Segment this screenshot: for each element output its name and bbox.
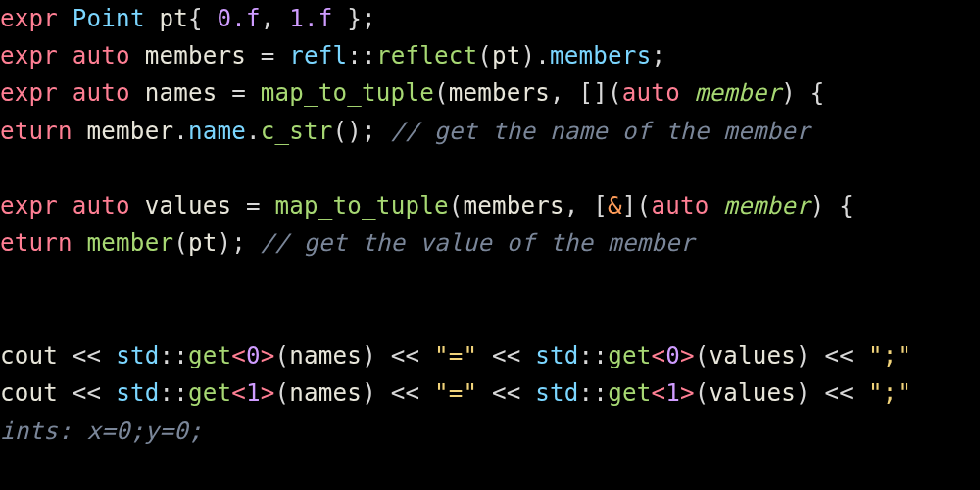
code-line: cout << std::get<0>(names) << "=" << std… — [0, 342, 911, 369]
code-line: ints: x=0;y=0; — [0, 417, 203, 445]
string: ";" — [868, 342, 911, 369]
code-line — [0, 268, 15, 295]
comment: // get the value of the member — [261, 229, 695, 257]
comment: ints: x=0;y=0; — [0, 417, 203, 445]
code-line: eturn member.name.c_str(); // get the na… — [0, 118, 810, 145]
code-line — [0, 155, 15, 182]
code-block: expr Point pt{ 0.f, 1.f }; expr auto mem… — [0, 0, 980, 450]
string: "=" — [434, 342, 477, 369]
param: member — [695, 79, 782, 107]
type: Point — [73, 5, 145, 32]
keyword: expr — [0, 5, 58, 32]
code-line: expr auto values = map_to_tuple(members,… — [0, 192, 854, 220]
ident: pt — [159, 5, 188, 32]
string: ";" — [868, 379, 911, 407]
number: 0 — [217, 5, 231, 32]
string: "=" — [434, 379, 477, 407]
code-line: eturn member(pt); // get the value of th… — [0, 229, 695, 257]
code-line: expr Point pt{ 0.f, 1.f }; — [0, 5, 376, 32]
operator: & — [608, 192, 622, 220]
code-line: cout << std::get<1>(names) << "=" << std… — [0, 379, 911, 407]
code-line: expr auto names = map_to_tuple(members, … — [0, 79, 825, 107]
param: member — [723, 192, 810, 220]
comment: // get the name of the member — [391, 118, 810, 145]
code-line — [0, 305, 15, 332]
number: 1 — [289, 5, 304, 32]
code-line: expr auto members = refl::reflect(pt).me… — [0, 42, 665, 70]
